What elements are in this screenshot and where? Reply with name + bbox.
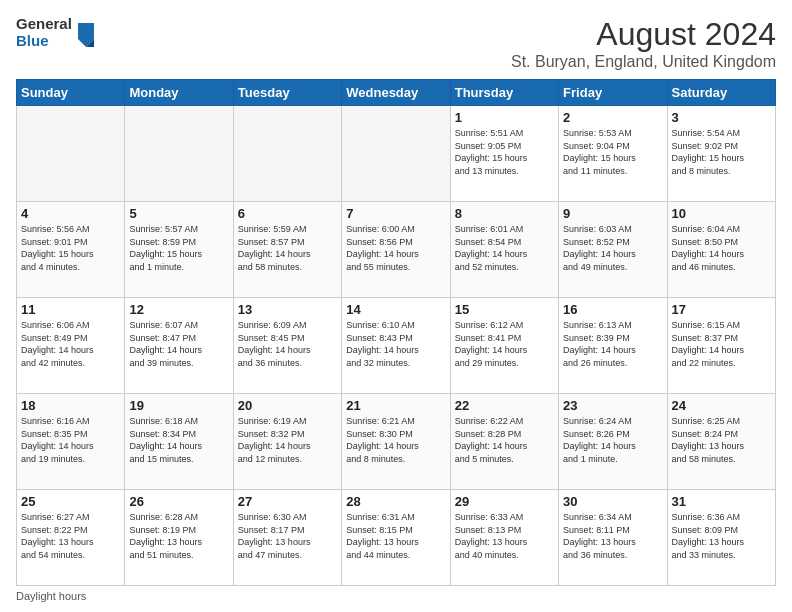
day-info: Sunrise: 5:57 AM Sunset: 8:59 PM Dayligh… — [129, 223, 228, 273]
calendar-cell: 5Sunrise: 5:57 AM Sunset: 8:59 PM Daylig… — [125, 202, 233, 298]
day-info: Sunrise: 6:00 AM Sunset: 8:56 PM Dayligh… — [346, 223, 445, 273]
calendar-cell: 19Sunrise: 6:18 AM Sunset: 8:34 PM Dayli… — [125, 394, 233, 490]
day-info: Sunrise: 6:28 AM Sunset: 8:19 PM Dayligh… — [129, 511, 228, 561]
calendar-cell — [125, 106, 233, 202]
day-number: 29 — [455, 494, 554, 509]
day-info: Sunrise: 6:30 AM Sunset: 8:17 PM Dayligh… — [238, 511, 337, 561]
day-info: Sunrise: 6:25 AM Sunset: 8:24 PM Dayligh… — [672, 415, 771, 465]
day-number: 17 — [672, 302, 771, 317]
logo: General Blue — [16, 16, 96, 49]
page: General Blue August 2024 St. Buryan, Eng… — [0, 0, 792, 612]
day-number: 11 — [21, 302, 120, 317]
day-number: 4 — [21, 206, 120, 221]
calendar-cell: 29Sunrise: 6:33 AM Sunset: 8:13 PM Dayli… — [450, 490, 558, 586]
calendar-day-header: Sunday — [17, 80, 125, 106]
day-info: Sunrise: 6:03 AM Sunset: 8:52 PM Dayligh… — [563, 223, 662, 273]
day-info: Sunrise: 6:27 AM Sunset: 8:22 PM Dayligh… — [21, 511, 120, 561]
calendar-cell: 16Sunrise: 6:13 AM Sunset: 8:39 PM Dayli… — [559, 298, 667, 394]
day-number: 30 — [563, 494, 662, 509]
calendar-cell: 8Sunrise: 6:01 AM Sunset: 8:54 PM Daylig… — [450, 202, 558, 298]
day-info: Sunrise: 6:22 AM Sunset: 8:28 PM Dayligh… — [455, 415, 554, 465]
sub-title: St. Buryan, England, United Kingdom — [511, 53, 776, 71]
calendar-cell: 28Sunrise: 6:31 AM Sunset: 8:15 PM Dayli… — [342, 490, 450, 586]
calendar-week-row: 4Sunrise: 5:56 AM Sunset: 9:01 PM Daylig… — [17, 202, 776, 298]
day-info: Sunrise: 5:59 AM Sunset: 8:57 PM Dayligh… — [238, 223, 337, 273]
calendar-cell: 25Sunrise: 6:27 AM Sunset: 8:22 PM Dayli… — [17, 490, 125, 586]
day-info: Sunrise: 6:24 AM Sunset: 8:26 PM Dayligh… — [563, 415, 662, 465]
day-number: 27 — [238, 494, 337, 509]
calendar-day-header: Wednesday — [342, 80, 450, 106]
calendar-week-row: 1Sunrise: 5:51 AM Sunset: 9:05 PM Daylig… — [17, 106, 776, 202]
day-info: Sunrise: 6:31 AM Sunset: 8:15 PM Dayligh… — [346, 511, 445, 561]
calendar-cell: 13Sunrise: 6:09 AM Sunset: 8:45 PM Dayli… — [233, 298, 341, 394]
calendar-cell: 17Sunrise: 6:15 AM Sunset: 8:37 PM Dayli… — [667, 298, 775, 394]
day-number: 20 — [238, 398, 337, 413]
day-info: Sunrise: 6:09 AM Sunset: 8:45 PM Dayligh… — [238, 319, 337, 369]
calendar-day-header: Saturday — [667, 80, 775, 106]
day-info: Sunrise: 6:13 AM Sunset: 8:39 PM Dayligh… — [563, 319, 662, 369]
calendar-day-header: Tuesday — [233, 80, 341, 106]
day-number: 10 — [672, 206, 771, 221]
day-number: 22 — [455, 398, 554, 413]
day-info: Sunrise: 5:51 AM Sunset: 9:05 PM Dayligh… — [455, 127, 554, 177]
calendar-cell: 3Sunrise: 5:54 AM Sunset: 9:02 PM Daylig… — [667, 106, 775, 202]
day-number: 1 — [455, 110, 554, 125]
day-info: Sunrise: 6:04 AM Sunset: 8:50 PM Dayligh… — [672, 223, 771, 273]
calendar-cell: 10Sunrise: 6:04 AM Sunset: 8:50 PM Dayli… — [667, 202, 775, 298]
calendar-cell: 18Sunrise: 6:16 AM Sunset: 8:35 PM Dayli… — [17, 394, 125, 490]
day-info: Sunrise: 6:01 AM Sunset: 8:54 PM Dayligh… — [455, 223, 554, 273]
day-info: Sunrise: 6:15 AM Sunset: 8:37 PM Dayligh… — [672, 319, 771, 369]
logo-general: General — [16, 16, 72, 33]
calendar-cell — [342, 106, 450, 202]
logo-blue: Blue — [16, 33, 72, 50]
day-number: 24 — [672, 398, 771, 413]
calendar-cell: 22Sunrise: 6:22 AM Sunset: 8:28 PM Dayli… — [450, 394, 558, 490]
day-number: 23 — [563, 398, 662, 413]
day-info: Sunrise: 6:18 AM Sunset: 8:34 PM Dayligh… — [129, 415, 228, 465]
calendar-cell: 24Sunrise: 6:25 AM Sunset: 8:24 PM Dayli… — [667, 394, 775, 490]
day-info: Sunrise: 5:56 AM Sunset: 9:01 PM Dayligh… — [21, 223, 120, 273]
day-info: Sunrise: 6:21 AM Sunset: 8:30 PM Dayligh… — [346, 415, 445, 465]
title-section: August 2024 St. Buryan, England, United … — [511, 16, 776, 71]
day-number: 15 — [455, 302, 554, 317]
day-number: 26 — [129, 494, 228, 509]
calendar-cell — [233, 106, 341, 202]
day-number: 28 — [346, 494, 445, 509]
calendar-cell: 21Sunrise: 6:21 AM Sunset: 8:30 PM Dayli… — [342, 394, 450, 490]
calendar-table: SundayMondayTuesdayWednesdayThursdayFrid… — [16, 79, 776, 586]
day-info: Sunrise: 6:19 AM Sunset: 8:32 PM Dayligh… — [238, 415, 337, 465]
calendar-cell: 4Sunrise: 5:56 AM Sunset: 9:01 PM Daylig… — [17, 202, 125, 298]
day-info: Sunrise: 6:07 AM Sunset: 8:47 PM Dayligh… — [129, 319, 228, 369]
calendar-header-row: SundayMondayTuesdayWednesdayThursdayFrid… — [17, 80, 776, 106]
day-number: 12 — [129, 302, 228, 317]
day-number: 14 — [346, 302, 445, 317]
day-number: 25 — [21, 494, 120, 509]
day-number: 8 — [455, 206, 554, 221]
calendar-cell: 6Sunrise: 5:59 AM Sunset: 8:57 PM Daylig… — [233, 202, 341, 298]
main-title: August 2024 — [511, 16, 776, 53]
day-info: Sunrise: 6:06 AM Sunset: 8:49 PM Dayligh… — [21, 319, 120, 369]
day-info: Sunrise: 5:53 AM Sunset: 9:04 PM Dayligh… — [563, 127, 662, 177]
day-number: 6 — [238, 206, 337, 221]
day-info: Sunrise: 6:33 AM Sunset: 8:13 PM Dayligh… — [455, 511, 554, 561]
calendar-week-row: 18Sunrise: 6:16 AM Sunset: 8:35 PM Dayli… — [17, 394, 776, 490]
footer-note: Daylight hours — [16, 590, 776, 602]
calendar-cell: 14Sunrise: 6:10 AM Sunset: 8:43 PM Dayli… — [342, 298, 450, 394]
day-number: 13 — [238, 302, 337, 317]
day-number: 7 — [346, 206, 445, 221]
day-number: 9 — [563, 206, 662, 221]
calendar-week-row: 11Sunrise: 6:06 AM Sunset: 8:49 PM Dayli… — [17, 298, 776, 394]
calendar-day-header: Friday — [559, 80, 667, 106]
calendar-cell — [17, 106, 125, 202]
day-number: 5 — [129, 206, 228, 221]
day-number: 31 — [672, 494, 771, 509]
calendar-cell: 31Sunrise: 6:36 AM Sunset: 8:09 PM Dayli… — [667, 490, 775, 586]
logo-icon — [76, 19, 96, 47]
calendar-cell: 20Sunrise: 6:19 AM Sunset: 8:32 PM Dayli… — [233, 394, 341, 490]
day-number: 19 — [129, 398, 228, 413]
day-number: 3 — [672, 110, 771, 125]
calendar-cell: 26Sunrise: 6:28 AM Sunset: 8:19 PM Dayli… — [125, 490, 233, 586]
day-info: Sunrise: 6:16 AM Sunset: 8:35 PM Dayligh… — [21, 415, 120, 465]
calendar-cell: 15Sunrise: 6:12 AM Sunset: 8:41 PM Dayli… — [450, 298, 558, 394]
day-info: Sunrise: 6:10 AM Sunset: 8:43 PM Dayligh… — [346, 319, 445, 369]
